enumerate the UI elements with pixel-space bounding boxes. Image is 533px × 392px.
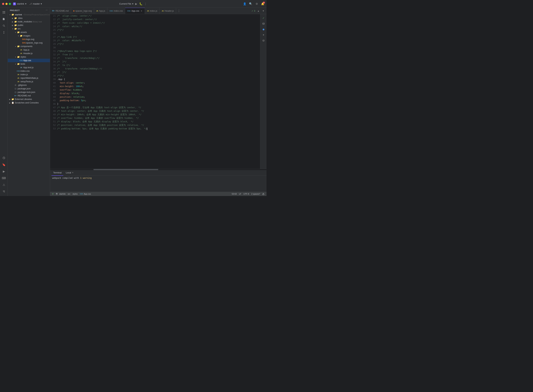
tree-item-package-json[interactable]: ▶ { } package.json (8, 87, 50, 90)
tree-item-external-libs[interactable]: ▶ 📁 External Libraries (8, 98, 50, 101)
panel-tab-terminal[interactable]: Terminal (51, 170, 63, 176)
main-layout: 🔖 ▶ ⌨ ⚠ Project ⋯ ▾ 📁 starlink ~/Desktop… (0, 8, 266, 196)
code-view[interactable]: 2122232425 26 272829 30 3132333435363738… (50, 14, 260, 169)
activity-git[interactable] (1, 188, 7, 195)
tree-item-index-css[interactable]: ▶ CSS index.css (8, 69, 50, 73)
tab-spacex-logo[interactable]: ◈ spacex_logo.svg (71, 8, 94, 14)
debug-button[interactable]: 🐛 (139, 2, 143, 6)
tree-item-tests[interactable]: ▾ 📁 tests (8, 62, 50, 66)
tree-item-gitignore[interactable]: ▶ ⊘ .gitignore (8, 83, 50, 87)
project-selector[interactable]: S starlink ▾ (13, 2, 26, 5)
breadcrumb-styles[interactable]: styles (72, 193, 78, 195)
copilot-icon[interactable] (261, 38, 266, 43)
tree-item-images[interactable]: ▾ 📁 images (8, 34, 50, 37)
activity-terminal[interactable]: ⌨ (1, 175, 7, 181)
scroll-up-button[interactable]: ▲ (257, 9, 260, 13)
tree-item-components[interactable]: ▾ 📁 components (8, 45, 50, 48)
tree-item-src[interactable]: ▾ 📁 src (8, 27, 50, 31)
run-config-label: Current File (119, 2, 131, 5)
tree-label: node_modules library root (18, 20, 50, 23)
status-vim[interactable]: V (51, 192, 54, 196)
tab-label: index.css (114, 10, 123, 12)
tree-item-app-test[interactable]: ▶ JS App.test.js (8, 66, 50, 69)
warning-count: 1 (80, 177, 81, 179)
more-run-options[interactable]: ⋮ (144, 2, 147, 6)
local-tab-close[interactable]: ✕ (72, 172, 74, 174)
tree-item-spacex-logo[interactable]: ▶ SVG spacex_logo.svg (8, 41, 50, 45)
tab-label: spacex_logo.svg (75, 10, 92, 12)
error-indicator[interactable]: ✓ 3 (252, 10, 255, 12)
tab-readme[interactable]: M+ README.md (50, 8, 71, 14)
breadcrumb-file[interactable]: App.css (84, 193, 91, 195)
tree-item-setuptests[interactable]: ▶ JS setupTests.js (8, 80, 50, 83)
tab-index-css[interactable]: CSS index.css (107, 8, 125, 14)
tree-item-node-modules[interactable]: ▶ 📁 node_modules library root (8, 20, 50, 23)
tree-item-package-lock[interactable]: ▶ { } package-lock.json (8, 90, 50, 94)
search-button[interactable]: 🔍 (249, 2, 252, 6)
activity-bookmarks[interactable]: 🔖 (1, 161, 7, 168)
status-encoding[interactable]: UTF-8 (243, 192, 250, 196)
status-eol[interactable]: LF (238, 192, 242, 196)
panel-scrollbar[interactable] (50, 169, 266, 170)
scroll-down-button[interactable]: ▼ (262, 9, 265, 13)
status-lock[interactable] (262, 192, 265, 196)
code-lines[interactable]: /* align-items: center;*/ /* justify-con… (57, 14, 260, 169)
breadcrumb-starlink[interactable]: starlink (59, 193, 65, 195)
database-icon[interactable] (261, 21, 266, 26)
tab-icon: JS (147, 10, 149, 12)
maximize-button[interactable] (9, 3, 11, 5)
tree-item-public[interactable]: ▶ 📁 public (8, 23, 50, 27)
activity-problems[interactable]: ⚠ (1, 182, 7, 188)
tree-arrow: ▶ (11, 21, 14, 23)
activity-run[interactable]: ▶ (1, 168, 7, 174)
sidebar-more[interactable]: ⋯ (46, 9, 48, 11)
tab-header-js[interactable]: JS Header.js (159, 8, 176, 14)
breadcrumb-src[interactable]: src (68, 193, 70, 195)
tree-item-app-js[interactable]: ▶ JS App.js (8, 48, 50, 52)
tree-item-idea[interactable]: ▶ 📁 .idea (8, 16, 50, 20)
tree-item-reportwebvitals[interactable]: ▶ JS reportWebVitals.js (8, 76, 50, 80)
panel-scrollbar-thumb[interactable] (94, 169, 158, 170)
tree-item-scratches[interactable]: ▶ 📋 Scratches and Consoles (8, 101, 50, 104)
tree-item-index-js[interactable]: ▶ JS index.js (8, 73, 50, 76)
status-indent[interactable]: 2 spaces* (250, 192, 261, 196)
tab-close-button[interactable]: ✕ (140, 10, 143, 12)
activity-git-log[interactable] (1, 155, 7, 161)
tab-app-js[interactable]: JS App.js (94, 8, 108, 14)
ai-icon[interactable]: ✦ (261, 33, 266, 37)
check-count: 3 (254, 10, 255, 12)
tree-item-assets[interactable]: ▾ 📁 assets (8, 31, 50, 34)
status-git-push[interactable] (55, 192, 59, 196)
close-button[interactable] (2, 3, 4, 5)
tree-item-header-js[interactable]: ▶ JS Header.js (8, 52, 50, 55)
panel-tab-local[interactable]: Local ✕ (64, 170, 75, 176)
tab-index-js[interactable]: JS index.js (145, 8, 159, 14)
tree-item-readme[interactable]: ▶ M+ README.md (8, 94, 50, 98)
branch-selector[interactable]: ⎇ master ▾ (29, 2, 42, 5)
activity-files[interactable] (1, 16, 7, 22)
minimize-button[interactable] (5, 3, 8, 5)
tab-label: App.js (99, 10, 105, 12)
tree-item-styles[interactable]: ▾ 📁 styles (8, 55, 50, 59)
status-position[interactable]: 53:63 (231, 192, 238, 196)
run-button[interactable]: ▶ (135, 2, 138, 6)
tab-overflow-button[interactable]: ⋮ (176, 9, 182, 13)
activity-search[interactable] (1, 23, 7, 29)
profile-button[interactable]: 👤 (243, 2, 246, 6)
tab-app-css[interactable]: CSS App.css ✕ (125, 8, 145, 14)
tree-item-app-css[interactable]: ▶ CSS App.css (8, 59, 50, 62)
activity-explorer[interactable] (1, 9, 7, 15)
notifications-button[interactable]: 🔔 1 (261, 2, 264, 6)
code-line: .App { (57, 78, 258, 81)
activity-vcs[interactable] (1, 29, 7, 36)
settings-button[interactable]: ⚙ (255, 2, 258, 6)
file-icon: JS (20, 52, 23, 55)
terminal-output[interactable]: webpack compiled with 1 warning (50, 176, 266, 192)
tree-item-root[interactable]: ▾ 📁 starlink ~/Desktop/Projects/SpaceX/C… (8, 13, 50, 16)
svg-rect-0 (3, 11, 4, 12)
circle-icon[interactable]: ◉ (261, 27, 266, 32)
run-config[interactable]: Current File ▾ ▶ 🐛 ⋮ (119, 2, 147, 6)
tab-label: Header.js (164, 10, 174, 12)
check-icon-sidebar[interactable]: ✓ (261, 15, 266, 20)
tree-item-logo-svg[interactable]: ▶ SVG logo.svg (8, 37, 50, 41)
